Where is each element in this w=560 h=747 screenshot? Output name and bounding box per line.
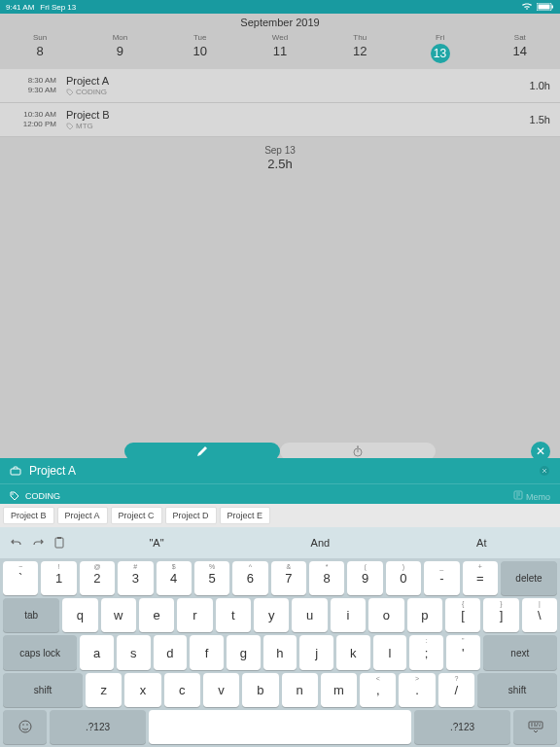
key[interactable]: u bbox=[292, 598, 327, 632]
svg-rect-2 bbox=[552, 6, 554, 9]
day-column[interactable]: Sat14 bbox=[480, 33, 560, 63]
emoji-key[interactable] bbox=[3, 710, 47, 744]
tab-key[interactable]: tab bbox=[3, 598, 59, 632]
close-icon: ✕ bbox=[536, 445, 545, 458]
entry-hours: 1.0h bbox=[530, 80, 550, 91]
paste-icon[interactable] bbox=[52, 536, 66, 550]
key[interactable]: ~` bbox=[3, 561, 38, 595]
key[interactable]: o bbox=[368, 598, 403, 632]
key[interactable]: j bbox=[299, 635, 333, 669]
key[interactable]: w bbox=[101, 598, 136, 632]
memo-icon[interactable]: Memo bbox=[513, 490, 550, 502]
key[interactable]: t bbox=[216, 598, 251, 632]
key[interactable]: g bbox=[227, 635, 261, 669]
key[interactable]: a bbox=[80, 635, 114, 669]
key[interactable]: p bbox=[407, 598, 442, 632]
key[interactable]: b bbox=[242, 673, 278, 707]
day-column[interactable]: Sun8 bbox=[0, 33, 80, 63]
key[interactable]: &7 bbox=[271, 561, 306, 595]
summary-total: 2.5h bbox=[0, 157, 560, 171]
key[interactable]: += bbox=[463, 561, 498, 595]
key[interactable]: :; bbox=[409, 635, 443, 669]
key[interactable]: d bbox=[154, 635, 188, 669]
suggestion-chip[interactable]: Project D bbox=[165, 507, 217, 524]
status-bar: 9:41 AM Fri Sep 13 bbox=[0, 0, 560, 14]
key[interactable]: r bbox=[177, 598, 212, 632]
key[interactable]: h bbox=[263, 635, 298, 669]
key[interactable]: (9 bbox=[347, 561, 382, 595]
key[interactable]: *8 bbox=[309, 561, 344, 595]
day-column[interactable]: Mon9 bbox=[80, 33, 159, 63]
prediction[interactable]: "A" bbox=[149, 537, 163, 549]
prediction[interactable]: And bbox=[311, 537, 331, 549]
undo-icon[interactable] bbox=[10, 536, 23, 550]
suggestion-chip[interactable]: Project C bbox=[111, 507, 162, 524]
day-column[interactable]: Tue10 bbox=[160, 33, 240, 63]
key[interactable]: )0 bbox=[386, 561, 421, 595]
pencil-icon bbox=[196, 445, 208, 457]
delete-key[interactable]: delete bbox=[501, 561, 557, 595]
tag-icon bbox=[10, 491, 19, 501]
key[interactable]: f bbox=[190, 635, 224, 669]
key[interactable]: !1 bbox=[41, 561, 76, 595]
stopwatch-icon bbox=[352, 445, 364, 457]
suggestion-chip[interactable]: Project A bbox=[57, 507, 108, 524]
clear-icon[interactable] bbox=[539, 465, 550, 477]
key[interactable]: $4 bbox=[157, 561, 192, 595]
day-column[interactable]: Fri13 bbox=[400, 33, 479, 63]
key[interactable]: <, bbox=[360, 673, 396, 707]
key[interactable]: z bbox=[86, 673, 122, 707]
key[interactable]: >. bbox=[399, 673, 435, 707]
prediction[interactable]: At bbox=[476, 537, 486, 549]
svg-rect-4 bbox=[11, 469, 20, 475]
next-key[interactable]: next bbox=[483, 635, 557, 669]
suggestion-chip[interactable]: Project B bbox=[3, 507, 54, 524]
key[interactable]: }] bbox=[483, 598, 518, 632]
entry-tag: CODING bbox=[66, 88, 530, 96]
shift-key[interactable]: shift bbox=[3, 673, 83, 707]
numeric-key[interactable]: .?123 bbox=[50, 710, 146, 744]
svg-point-11 bbox=[22, 725, 24, 727]
key[interactable]: m bbox=[321, 673, 357, 707]
key[interactable]: v bbox=[203, 673, 239, 707]
capslock-key[interactable]: caps lock bbox=[3, 635, 77, 669]
key[interactable]: ?/ bbox=[438, 673, 474, 707]
redo-icon[interactable] bbox=[31, 536, 45, 550]
shift-key[interactable]: shift bbox=[477, 673, 557, 707]
key[interactable]: ^6 bbox=[232, 561, 267, 595]
suggestion-chip[interactable]: Project E bbox=[220, 507, 271, 524]
time-entry[interactable]: 8:30 AM9:30 AM Project A CODING 1.0h bbox=[0, 69, 560, 103]
key[interactable]: @2 bbox=[80, 561, 115, 595]
key[interactable]: |\ bbox=[522, 598, 557, 632]
day-column[interactable]: Wed11 bbox=[240, 33, 320, 63]
key[interactable]: k bbox=[336, 635, 370, 669]
key[interactable]: x bbox=[124, 673, 160, 707]
key[interactable]: n bbox=[282, 673, 318, 707]
key[interactable]: c bbox=[164, 673, 200, 707]
day-name: Sat bbox=[480, 33, 560, 42]
key[interactable]: #3 bbox=[118, 561, 153, 595]
hide-keyboard-key[interactable] bbox=[513, 710, 557, 744]
key[interactable]: y bbox=[254, 598, 289, 632]
project-input[interactable] bbox=[29, 464, 531, 478]
numeric-key[interactable]: .?123 bbox=[414, 710, 510, 744]
key[interactable]: e bbox=[139, 598, 174, 632]
day-name: Tue bbox=[160, 33, 240, 42]
key[interactable]: l bbox=[373, 635, 407, 669]
keyboard: "A"AndAt ~`!1@2#3$4%5^6&7*8(9)0_-+=delet… bbox=[0, 527, 560, 747]
space-key[interactable] bbox=[149, 710, 411, 744]
time-entry[interactable]: 10:30 AM12:00 PM Project B MTG 1.5h bbox=[0, 103, 560, 137]
key[interactable]: %5 bbox=[194, 561, 229, 595]
day-column[interactable]: Thu12 bbox=[320, 33, 400, 63]
key[interactable]: i bbox=[331, 598, 366, 632]
key[interactable]: "' bbox=[446, 635, 480, 669]
key[interactable]: _- bbox=[424, 561, 459, 595]
summary-date: Sep 13 bbox=[0, 145, 560, 156]
key[interactable]: {[ bbox=[445, 598, 480, 632]
day-number: 9 bbox=[80, 44, 159, 58]
entry-times: 10:30 AM12:00 PM bbox=[10, 110, 56, 130]
svg-point-10 bbox=[19, 721, 31, 732]
tag-label[interactable]: CODING bbox=[25, 491, 60, 501]
key[interactable]: q bbox=[62, 598, 97, 632]
key[interactable]: s bbox=[117, 635, 151, 669]
